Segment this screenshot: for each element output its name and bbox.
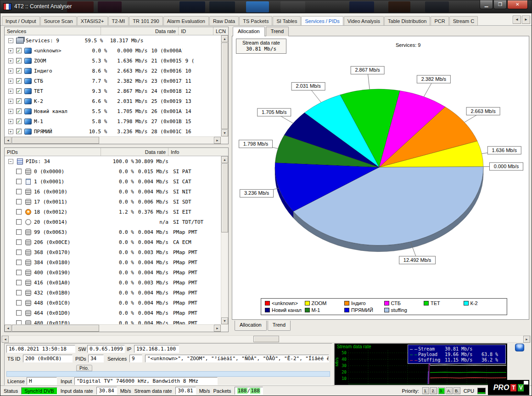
pid-row[interactable]: 99 (0x0063)0.0 %0.004 Mb/sPMap PMT [5, 227, 221, 237]
scroll-left-icon[interactable]: ◄ [5, 137, 11, 144]
tab-allocation[interactable]: Allocation [233, 27, 265, 36]
service-row[interactable]: +✓СТБ7.7 %2.382 Mb/s23 (0x0017)11 [5, 76, 221, 86]
scrollbar-thumb[interactable] [253, 336, 279, 342]
tab-allocation-bottom[interactable]: Allocation [235, 321, 267, 331]
pid-row[interactable]: 480 (0x01E0)0.0 %0.004 Mb/sPMap PMT [5, 318, 221, 324]
pid-row[interactable]: 16 (0x0010)0.0 %0.004 Mb/sSI NIT [5, 187, 221, 197]
pid-row[interactable]: 0 (0x0000)0.0 %0.015 Mb/sSI PAT [5, 166, 221, 176]
pid-row[interactable]: 1 (0x0001)0.0 %0.004 Mb/sSI CAT [5, 176, 221, 187]
service-row[interactable]: +✓ТЕТ9.3 %2.867 Mb/s24 (0x0018)12 [5, 86, 221, 96]
services-root-row[interactable]: −Services: 959.5 %18.317 Mb/s [5, 35, 221, 45]
scroll-right-icon[interactable]: ► [523, 336, 530, 343]
main-horizontal-scrollbar[interactable]: ◄ ► [1, 335, 531, 343]
pid-row[interactable]: 206 (0x00CE)0.0 %0.004 Mb/sCA ECM [5, 237, 221, 247]
pid-row[interactable]: 432 (0x01B0)0.0 %0.004 Mb/sPMap PMT [5, 288, 221, 298]
tree-expand-icon[interactable]: + [8, 129, 13, 134]
service-row[interactable]: +✓<unknown>0.0 %0.000 Mb/s10 (0x000A) [5, 45, 221, 56]
service-checkbox[interactable]: ✓ [16, 88, 22, 94]
minimize-button[interactable]: ▁ [480, 0, 493, 9]
tree-expand-icon[interactable]: + [8, 58, 13, 63]
tab-xtasis2[interactable]: XTASIS2+ [77, 16, 108, 25]
pid-checkbox[interactable] [16, 270, 22, 275]
service-row[interactable]: +✓ZOOM5.3 %1.636 Mb/s21 (0x0015)9 ( [5, 56, 221, 66]
scrollbar-thumb[interactable] [12, 325, 99, 332]
service-checkbox[interactable]: ✓ [16, 108, 22, 114]
pid-checkbox[interactable] [16, 290, 22, 295]
column-header-id[interactable]: ID [179, 27, 213, 35]
tab-ts-packets[interactable]: TS Packets [239, 16, 272, 25]
column-header-data-rate[interactable]: Data rate [101, 148, 168, 156]
scroll-down-icon[interactable]: ▼ [221, 317, 228, 324]
pid-checkbox[interactable] [16, 179, 22, 184]
tab-si-tables[interactable]: SI Tables [273, 16, 301, 25]
pid-row[interactable]: 20 (0x0014)n/aSI TDT/TOT [5, 217, 221, 227]
pid-checkbox[interactable] [16, 189, 22, 194]
tab-input-output[interactable]: Input / Output [2, 16, 40, 25]
column-header-pids[interactable]: PIDs [5, 148, 101, 156]
tab-services-pids[interactable]: Services / PIDs [301, 16, 343, 25]
pids-root-row[interactable]: −PIDs: 34100.0 %30.809 Mb/s [5, 156, 221, 166]
service-checkbox[interactable]: ✓ [16, 48, 22, 53]
tab-trend-bottom[interactable]: Trend [268, 321, 291, 331]
service-row[interactable]: +✓К-26.6 %2.031 Mb/s25 (0x0019)13 [5, 96, 221, 106]
pid-checkbox[interactable] [16, 209, 22, 215]
scroll-right-icon[interactable]: ► [214, 325, 221, 332]
tab-pcr[interactable]: PCR [431, 16, 448, 25]
scroll-left-icon[interactable]: ◄ [2, 336, 9, 343]
tab-scroll-right-icon[interactable]: ► [522, 16, 530, 24]
pid-checkbox[interactable] [16, 320, 22, 324]
scroll-down-icon[interactable]: ▼ [221, 130, 228, 136]
service-checkbox[interactable]: ✓ [16, 68, 22, 74]
tree-collapse-icon[interactable]: − [8, 159, 13, 164]
tab-tr-101-290[interactable]: TR 101 290 [129, 16, 162, 25]
tree-expand-icon[interactable]: + [8, 79, 13, 84]
scrollbar-thumb[interactable] [12, 137, 99, 144]
scroll-up-icon[interactable]: ▲ [221, 35, 228, 42]
pid-row[interactable]: 368 (0x0170)0.0 %0.003 Mb/sPMap PMT [5, 247, 221, 257]
pid-checkbox[interactable] [16, 310, 22, 316]
tree-expand-icon[interactable]: + [8, 48, 13, 53]
service-row[interactable]: +✓М-15.8 %1.798 Mb/s27 (0x001B)15 [5, 116, 221, 126]
tab-trend[interactable]: Trend [266, 27, 289, 36]
service-checkbox[interactable]: ✓ [16, 98, 22, 104]
service-row[interactable]: +✓ПРЯМИЙ10.5 %3.236 Mb/s28 (0x001C)16 [5, 126, 221, 136]
column-header-data-rate[interactable]: Data rate [101, 27, 179, 35]
pid-checkbox[interactable] [16, 229, 22, 235]
tab-scroll-left-icon[interactable]: ◄ [513, 16, 521, 24]
pid-checkbox[interactable] [16, 219, 22, 225]
scroll-left-icon[interactable]: ◄ [5, 325, 11, 332]
column-header-services[interactable]: Services [5, 27, 101, 35]
tab-t2-mi[interactable]: T2-MI [108, 16, 129, 25]
tree-expand-icon[interactable]: + [8, 89, 13, 94]
pid-checkbox[interactable] [16, 249, 22, 255]
tree-expand-icon[interactable]: + [8, 109, 13, 114]
pid-row[interactable]: 448 (0x01C0)0.0 %0.004 Mb/sPMap PMT [5, 298, 221, 308]
service-row[interactable]: +✓Індиго8.6 %2.663 Mb/s22 (0x0016)10 [5, 66, 221, 76]
service-row[interactable]: +✓Новий канал5.5 %1.705 Mb/s26 (0x001A)1… [5, 106, 221, 116]
tab-video-analysis[interactable]: Video Analysis [344, 16, 384, 25]
service-checkbox[interactable]: ✓ [16, 78, 22, 84]
service-checkbox[interactable]: ✓ [16, 58, 22, 63]
pid-checkbox[interactable] [16, 300, 22, 305]
column-header-info[interactable]: Info [168, 148, 228, 156]
pid-checkbox[interactable] [16, 260, 22, 265]
pid-row[interactable]: 400 (0x0190)0.0 %0.004 Mb/sPMap PMT [5, 267, 221, 277]
services-vertical-scrollbar[interactable]: ▲ ▼ [221, 35, 228, 136]
tree-expand-icon[interactable]: + [8, 99, 13, 104]
titlebar[interactable]: 4T2 :: Content Analyser ▁ ❐ ✕ [0, 0, 532, 13]
trend-panel-icon[interactable] [515, 344, 524, 351]
tree-expand-icon[interactable]: + [8, 68, 13, 74]
scrollbar-thumb[interactable] [221, 164, 228, 232]
service-checkbox[interactable]: ✓ [16, 129, 22, 134]
tab-stream-c[interactable]: Stream C [449, 16, 478, 25]
pid-checkbox[interactable] [16, 239, 22, 245]
tab-source-scan[interactable]: Source Scan [40, 16, 77, 25]
tree-collapse-icon[interactable]: − [8, 38, 13, 43]
tab-raw-data[interactable]: Raw Data [209, 16, 239, 25]
close-button[interactable]: ✕ [507, 0, 528, 9]
pid-checkbox[interactable] [16, 280, 22, 285]
column-header-lcn[interactable]: LCN [213, 27, 228, 35]
pids-vertical-scrollbar[interactable]: ▲ ▼ [221, 156, 228, 324]
prio-tab[interactable]: Prio. [76, 365, 92, 371]
service-checkbox[interactable]: ✓ [16, 119, 22, 124]
